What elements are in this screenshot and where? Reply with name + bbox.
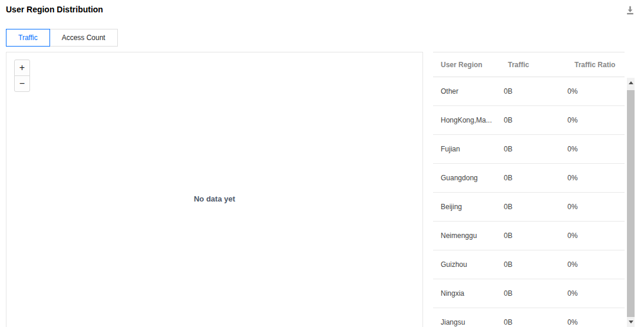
cell-region: Ningxia xyxy=(433,289,504,298)
column-header-traffic-ratio: Traffic Ratio xyxy=(567,61,625,69)
no-data-message: No data yet xyxy=(6,194,422,203)
table-row: Fujian 0B 0% xyxy=(433,135,625,164)
table-row: Guangdong 0B 0% xyxy=(433,164,625,193)
cell-traffic: 0B xyxy=(504,174,567,182)
cell-ratio: 0% xyxy=(567,289,625,298)
map-panel: + − No data yet xyxy=(6,52,423,327)
table-row: Beijing 0B 0% xyxy=(433,193,625,222)
table-row: Ningxia 0B 0% xyxy=(433,279,625,308)
cell-ratio: 0% xyxy=(567,174,625,182)
table-row: Guizhou 0B 0% xyxy=(433,250,625,279)
cell-ratio: 0% xyxy=(567,145,625,153)
scroll-up-arrow-icon xyxy=(629,81,633,84)
cell-region: Jiangsu xyxy=(433,318,504,326)
scroll-down-arrow-icon xyxy=(629,321,633,323)
cell-region: Beijing xyxy=(433,203,504,211)
cell-region: Neimenggu xyxy=(433,232,504,240)
cell-traffic: 0B xyxy=(504,289,567,298)
zoom-in-button[interactable]: + xyxy=(14,60,30,76)
page-title: User Region Distribution xyxy=(6,5,103,14)
cell-traffic: 0B xyxy=(504,203,567,211)
download-icon xyxy=(625,5,635,15)
cell-traffic: 0B xyxy=(504,87,567,95)
region-table: User Region Traffic Traffic Ratio Other … xyxy=(433,52,625,327)
scrollbar-thumb[interactable] xyxy=(627,90,635,320)
table-row: Neimenggu 0B 0% xyxy=(433,222,625,250)
tab-traffic[interactable]: Traffic xyxy=(6,29,50,47)
cell-ratio: 0% xyxy=(567,318,625,326)
download-button[interactable] xyxy=(623,4,636,16)
zoom-out-button[interactable]: − xyxy=(14,75,30,92)
cell-traffic: 0B xyxy=(504,318,567,326)
table-scrollbar[interactable] xyxy=(627,78,635,327)
cell-ratio: 0% xyxy=(567,116,625,124)
table-row: Other 0B 0% xyxy=(433,77,625,106)
cell-region: Guizhou xyxy=(433,260,504,269)
scroll-up-button[interactable] xyxy=(627,78,635,88)
table-header: User Region Traffic Traffic Ratio xyxy=(433,52,625,77)
cell-traffic: 0B xyxy=(504,116,567,124)
map-zoom-controls: + − xyxy=(14,60,30,92)
cell-ratio: 0% xyxy=(567,87,625,95)
cell-region: Guangdong xyxy=(433,174,504,182)
cell-region: Other xyxy=(433,87,504,95)
cell-traffic: 0B xyxy=(504,232,567,240)
tab-access-count[interactable]: Access Count xyxy=(49,29,118,47)
table-row: HongKong,Ma... 0B 0% xyxy=(433,106,625,135)
column-header-user-region: User Region xyxy=(433,61,504,69)
cell-traffic: 0B xyxy=(504,260,567,269)
scroll-down-button[interactable] xyxy=(627,317,635,327)
column-header-traffic: Traffic xyxy=(504,61,567,69)
view-tabs: Traffic Access Count xyxy=(6,29,118,47)
cell-ratio: 0% xyxy=(567,203,625,211)
table-body: Other 0B 0% HongKong,Ma... 0B 0% Fujian … xyxy=(433,77,625,327)
table-row: Jiangsu 0B 0% xyxy=(433,308,625,327)
cell-region: HongKong,Ma... xyxy=(433,116,504,124)
cell-ratio: 0% xyxy=(567,260,625,269)
cell-ratio: 0% xyxy=(567,232,625,240)
cell-traffic: 0B xyxy=(504,145,567,153)
cell-region: Fujian xyxy=(433,145,504,153)
